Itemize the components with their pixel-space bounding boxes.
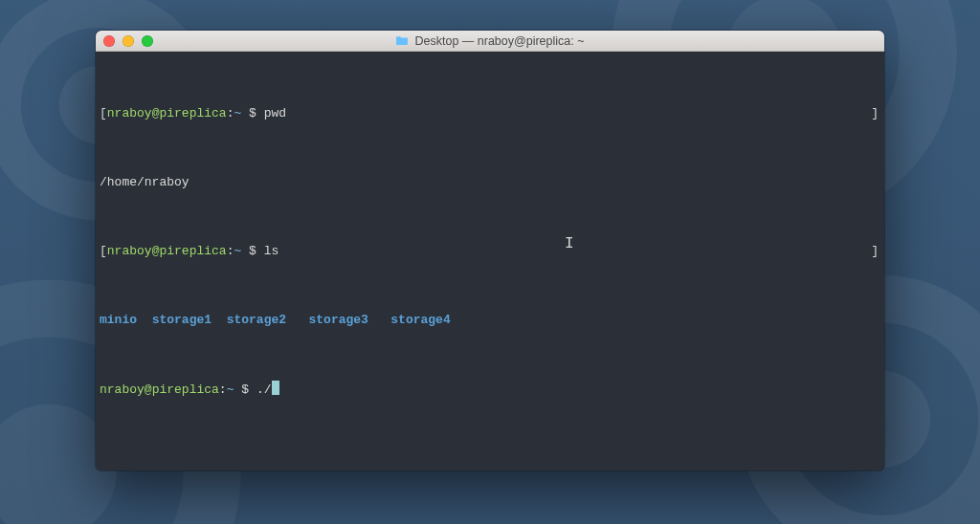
at-sign: @ xyxy=(145,382,152,397)
prompt-user: nraboy xyxy=(107,244,152,258)
sep xyxy=(212,313,227,327)
text-cursor xyxy=(272,381,279,395)
sep xyxy=(286,313,308,327)
maximize-button[interactable] xyxy=(142,35,153,47)
sep xyxy=(368,313,390,327)
colon: : xyxy=(219,382,227,397)
open-bracket: [ xyxy=(100,244,107,258)
prompt-host: pireplica xyxy=(152,382,219,397)
list-item: storage2 xyxy=(227,313,286,327)
sep xyxy=(137,313,152,327)
close-button[interactable] xyxy=(103,35,115,47)
titlebar[interactable]: Desktop — nraboy@pireplica: ~ xyxy=(96,31,884,52)
prompt-path: ~ xyxy=(234,244,241,258)
command-current: ./ xyxy=(256,382,272,397)
terminal-body[interactable]: [nraboy@pireplica:~ $ pwd] /home/nraboy … xyxy=(96,52,884,470)
close-bracket: ] xyxy=(871,105,879,122)
prompt-line: [nraboy@pireplica:~ $ ls] xyxy=(100,243,880,260)
prompt-user: nraboy xyxy=(107,106,152,120)
prompt-line-current: nraboy@pireplica:~ $ ./ xyxy=(100,381,880,399)
list-item: storage4 xyxy=(390,313,450,327)
prompt-symbol: $ xyxy=(249,244,256,258)
window-title: Desktop — nraboy@pireplica: ~ xyxy=(414,34,584,48)
open-bracket: [ xyxy=(100,106,107,120)
prompt-line: [nraboy@pireplica:~ $ pwd] xyxy=(100,105,880,122)
list-item: storage1 xyxy=(152,313,212,327)
prompt-host: pireplica xyxy=(159,106,226,120)
terminal-window: Desktop — nraboy@pireplica: ~ [nraboy@pi… xyxy=(96,31,884,470)
minimize-button[interactable] xyxy=(122,35,134,47)
prompt-symbol: $ xyxy=(241,382,249,397)
prompt-user: nraboy xyxy=(100,382,145,397)
prompt-path: ~ xyxy=(234,106,241,120)
list-item: storage3 xyxy=(308,313,368,327)
prompt-symbol: $ xyxy=(249,106,256,120)
prompt-path: ~ xyxy=(227,382,234,397)
folder-icon xyxy=(395,35,409,46)
output-ls: minio storage1 storage2 storage3 storage… xyxy=(100,312,880,329)
command-pwd: pwd xyxy=(264,106,286,120)
traffic-lights xyxy=(103,35,153,47)
prompt-host: pireplica xyxy=(159,244,226,258)
window-title-wrap: Desktop — nraboy@pireplica: ~ xyxy=(96,34,884,48)
output-pwd: /home/nraboy xyxy=(100,174,880,191)
command-ls: ls xyxy=(264,244,279,258)
list-item: minio xyxy=(100,313,137,327)
close-bracket: ] xyxy=(871,243,879,260)
